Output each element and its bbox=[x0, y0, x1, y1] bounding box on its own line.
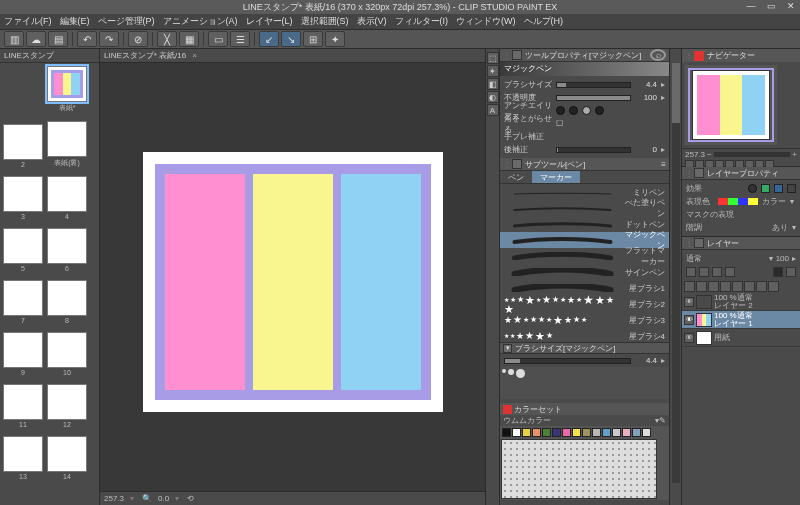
window-minimize-button[interactable]: — bbox=[744, 0, 758, 12]
color-chip[interactable] bbox=[502, 428, 511, 437]
size-dot[interactable] bbox=[516, 369, 525, 378]
page-thumbnail[interactable] bbox=[47, 176, 87, 212]
layer-row[interactable]: 👁100 %通常レイヤー 1 bbox=[682, 311, 800, 329]
antialias-option[interactable] bbox=[556, 106, 565, 115]
layer-row[interactable]: 👁用紙 bbox=[682, 329, 800, 347]
page-thumbnail[interactable] bbox=[47, 436, 87, 472]
brush-item[interactable]: ★★★★★★星ブラシ4 bbox=[500, 328, 669, 342]
page-thumbnail[interactable] bbox=[3, 332, 43, 368]
property-row[interactable]: 後補正0▸ bbox=[500, 143, 669, 156]
property-slider[interactable] bbox=[556, 147, 631, 153]
layer-panel-header[interactable]: ⋮ レイヤー bbox=[682, 237, 800, 250]
subtool-header[interactable]: ⋮ サブツール[ペン] ≡ bbox=[500, 158, 669, 171]
zoom-out-button[interactable]: − bbox=[707, 150, 712, 159]
layer-action-button[interactable] bbox=[708, 281, 719, 292]
brush-item[interactable]: サインペン bbox=[500, 264, 669, 280]
ruler-button[interactable]: ╳ bbox=[157, 31, 177, 47]
tool-button[interactable]: ◐ bbox=[487, 91, 499, 103]
color-grid[interactable] bbox=[500, 426, 669, 500]
color-set-name-row[interactable]: ウムムカラー ▾ ✎ bbox=[500, 415, 669, 426]
stepper-icon[interactable]: ▸ bbox=[792, 254, 796, 263]
menu-icon[interactable]: ≡ bbox=[661, 160, 666, 169]
layer-action-button[interactable] bbox=[732, 281, 743, 292]
menu-item[interactable]: 選択範囲(S) bbox=[301, 15, 349, 28]
page-thumbnail[interactable] bbox=[3, 436, 43, 472]
antialias-option[interactable] bbox=[569, 106, 578, 115]
menu-item[interactable]: レイヤー(L) bbox=[246, 15, 293, 28]
lock-button[interactable] bbox=[699, 267, 709, 277]
property-slider[interactable] bbox=[556, 82, 631, 88]
undo-button[interactable]: ↶ bbox=[77, 31, 97, 47]
color-chip[interactable] bbox=[542, 428, 551, 437]
new-folder-button[interactable] bbox=[696, 281, 707, 292]
tool-button[interactable]: ✦ bbox=[487, 65, 499, 77]
layer-action-button[interactable] bbox=[756, 281, 767, 292]
size-dot[interactable] bbox=[502, 369, 506, 373]
menu-item[interactable]: ヘルプ(H) bbox=[524, 15, 564, 28]
subtool-tab[interactable]: マーカー bbox=[532, 171, 580, 183]
dropdown-icon[interactable]: ▾ bbox=[130, 494, 136, 503]
navigator-header[interactable]: ⋮ ナビゲーター bbox=[682, 49, 800, 62]
tool-property-header[interactable]: ⋮ ツールプロパティ[マジックペン] ⌕ bbox=[500, 49, 669, 62]
search-icon[interactable]: 🔍 bbox=[142, 494, 152, 503]
tool-button[interactable]: ⬚ bbox=[487, 52, 499, 64]
color-chip[interactable] bbox=[612, 428, 621, 437]
cloud-button[interactable]: ☁ bbox=[26, 31, 46, 47]
page-thumbnail[interactable] bbox=[47, 66, 87, 102]
page-thumbnail[interactable] bbox=[3, 124, 43, 160]
color-pattern[interactable] bbox=[501, 439, 657, 499]
snap-ruler-button[interactable]: ↙ bbox=[259, 31, 279, 47]
canvas-area[interactable] bbox=[100, 63, 485, 491]
brush-item[interactable]: ★★★★★★★★★★星ブラシ3 bbox=[500, 312, 669, 328]
page-thumbnail[interactable] bbox=[3, 280, 43, 316]
effect-dot[interactable] bbox=[748, 184, 757, 193]
new-file-button[interactable]: ▥ bbox=[4, 31, 24, 47]
folder-button[interactable]: ▤ bbox=[48, 31, 68, 47]
artboard[interactable] bbox=[143, 152, 443, 412]
menu-item[interactable]: ページ管理(P) bbox=[98, 15, 155, 28]
color-chip[interactable] bbox=[602, 428, 611, 437]
page-thumbnail[interactable] bbox=[3, 228, 43, 264]
brush-size-presets[interactable] bbox=[500, 367, 669, 399]
page-thumbnail-list[interactable]: 1表紙*2表紙(裏)34567891011121314 bbox=[0, 63, 99, 505]
tone-row[interactable]: 階調 あり ▾ bbox=[686, 221, 796, 234]
clear-button[interactable]: ⊘ bbox=[128, 31, 148, 47]
color-chip[interactable] bbox=[522, 428, 531, 437]
new-layer-button[interactable] bbox=[684, 281, 695, 292]
layer-visibility-toggle[interactable]: 👁 bbox=[684, 297, 694, 307]
rotate-icon[interactable]: ⟲ bbox=[187, 494, 194, 503]
stepper-icon[interactable]: ▸ bbox=[661, 93, 665, 102]
stepper-icon[interactable]: ▸ bbox=[661, 145, 665, 154]
tool-button[interactable]: A bbox=[487, 104, 499, 116]
redo-button[interactable]: ↷ bbox=[99, 31, 119, 47]
search-icon[interactable]: ⌕ bbox=[650, 49, 666, 61]
layer-action-button[interactable] bbox=[744, 281, 755, 292]
effect-chip[interactable] bbox=[787, 184, 796, 193]
stepper-icon[interactable]: ▸ bbox=[661, 80, 665, 89]
blend-mode-row[interactable]: 通常 ▾ 100 ▸ bbox=[686, 252, 796, 265]
layer-property-header[interactable]: ⋮ レイヤープロパティ bbox=[682, 167, 800, 180]
page-thumbnail[interactable] bbox=[47, 121, 87, 157]
layer-visibility-toggle[interactable]: 👁 bbox=[684, 315, 694, 325]
delete-layer-button[interactable] bbox=[768, 281, 779, 292]
scrollbar-track[interactable] bbox=[672, 63, 680, 483]
color-chip[interactable] bbox=[592, 428, 601, 437]
layer-row[interactable]: 👁100 %通常レイヤー 2 bbox=[682, 293, 800, 311]
checkbox[interactable]: ☐ bbox=[556, 119, 563, 128]
color-chip[interactable] bbox=[642, 428, 651, 437]
page-thumbnail[interactable] bbox=[47, 280, 87, 316]
layer-list[interactable]: 👁100 %通常レイヤー 2👁100 %通常レイヤー 1👁用紙 bbox=[682, 293, 800, 505]
snap-special-button[interactable]: ✦ bbox=[325, 31, 345, 47]
tool-button[interactable]: ◧ bbox=[487, 78, 499, 90]
zoom-in-button[interactable]: + bbox=[792, 150, 797, 159]
property-row[interactable]: ブラシサイズ4.4▸ bbox=[500, 78, 669, 91]
color-chip[interactable] bbox=[582, 428, 591, 437]
menu-item[interactable]: アニメーション(A) bbox=[163, 15, 238, 28]
brush-size-header[interactable]: ▾ ブラシサイズ[マジックペン] bbox=[500, 342, 669, 354]
grid-button[interactable]: ▦ bbox=[179, 31, 199, 47]
color-chip[interactable] bbox=[632, 428, 641, 437]
page-thumbnail[interactable] bbox=[47, 332, 87, 368]
expression-row[interactable]: 表現色 カラー ▾ bbox=[686, 195, 796, 208]
effect-chip[interactable] bbox=[761, 184, 770, 193]
list-button[interactable]: ☰ bbox=[230, 31, 250, 47]
